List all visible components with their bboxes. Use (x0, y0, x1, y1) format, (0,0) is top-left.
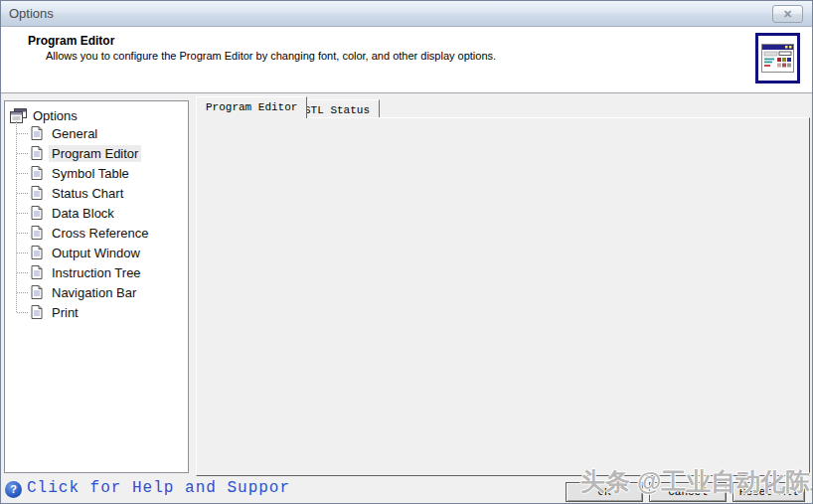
sidebar-item-program-editor[interactable]: Program Editor (5, 143, 188, 163)
options-root-icon (10, 108, 27, 123)
help-icon[interactable]: ? (5, 481, 22, 498)
document-icon (31, 126, 43, 140)
sidebar-item-data-block[interactable]: Data Block (5, 203, 188, 223)
tree-root-label: Options (33, 108, 78, 123)
page-description: Allows you to configure the Program Edit… (46, 50, 496, 62)
window-title: Options (9, 6, 54, 21)
tree-items: General Program Editor Symbol Table Stat… (5, 123, 188, 322)
sidebar-item-label: Cross Reference (49, 225, 152, 242)
sidebar-item-status-chart[interactable]: Status Chart (5, 183, 188, 203)
sidebar-item-instruction-tree[interactable]: Instruction Tree (5, 262, 188, 282)
tree-root-options[interactable]: Options (10, 106, 78, 124)
sidebar-item-label: Program Editor (49, 145, 141, 162)
sidebar-item-label: Navigation Bar (49, 284, 139, 301)
sidebar-item-label: Output Window (49, 245, 143, 261)
page-title: Program Editor (28, 34, 114, 48)
document-icon (31, 285, 43, 299)
sidebar-item-cross-reference[interactable]: Cross Reference (5, 223, 188, 243)
sidebar-item-general[interactable]: General (5, 123, 188, 143)
footer-bar: ? Click for Help and Suppor OK Cancel Re… (1, 476, 812, 504)
tab-program-editor[interactable]: Program Editor (196, 96, 307, 118)
mini-window-icon (761, 44, 794, 73)
sidebar-item-label: General (49, 125, 100, 142)
sidebar-item-label: Symbol Table (49, 165, 132, 182)
close-icon[interactable]: ✕ (772, 5, 803, 23)
document-icon (31, 146, 43, 160)
cancel-button[interactable]: Cancel (649, 482, 727, 502)
help-link[interactable]: Click for Help and Suppor (27, 479, 290, 497)
sidebar-item-label: Data Block (49, 205, 117, 222)
options-dialog: Options ✕ Program Editor Allows you to c… (0, 0, 813, 504)
sidebar-item-output-window[interactable]: Output Window (5, 243, 188, 262)
title-bar: Options ✕ (1, 1, 812, 27)
sidebar-item-navigation-bar[interactable]: Navigation Bar (5, 282, 188, 302)
dialog-header: Program Editor Allows you to configure t… (1, 27, 812, 93)
sidebar-item-label: Print (49, 304, 81, 321)
document-icon (31, 226, 43, 240)
reset-all-button[interactable]: Reset All (732, 482, 805, 502)
tab-panel (196, 117, 810, 476)
document-icon (31, 186, 43, 200)
ok-button[interactable]: OK (566, 482, 643, 502)
options-tree-panel: Options General Program Editor Symbol Ta… (4, 100, 189, 473)
sidebar-item-label: Instruction Tree (49, 264, 144, 281)
sidebar-item-symbol-table[interactable]: Symbol Table (5, 163, 188, 183)
program-editor-icon (755, 33, 800, 84)
document-icon (31, 305, 43, 319)
sidebar-item-print[interactable]: Print (5, 302, 188, 322)
document-icon (31, 166, 43, 180)
document-icon (31, 206, 43, 220)
sidebar-item-label: Status Chart (49, 185, 126, 202)
document-icon (31, 265, 43, 279)
document-icon (31, 246, 43, 259)
